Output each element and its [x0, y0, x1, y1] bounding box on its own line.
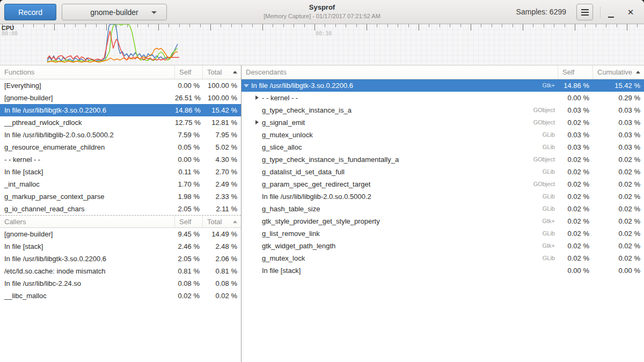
cpu-graph[interactable]: CPU 00:00 00:30 — [0, 24, 644, 65]
row-total-percent: 14.49 % — [203, 228, 241, 240]
table-row[interactable]: - - kernel - -0.00 %4.30 % — [0, 153, 241, 166]
row-total-percent: 2.49 % — [203, 178, 241, 190]
row-self-percent: 2.05 % — [175, 203, 203, 215]
row-name-cell: g_hash_table_sizeGLib — [241, 203, 558, 215]
row-self-percent: 0.03 % — [558, 141, 593, 153]
target-select[interactable]: gnome-builder — [62, 4, 167, 20]
row-name-cell: In file [stack] — [241, 264, 558, 277]
column-header-cumulative[interactable]: Cumulative — [593, 65, 644, 79]
row-library-badge: Gtk+ — [542, 79, 558, 92]
row-function-name: In file /usr/lib/libglib-2.0.so.0.5000.2 — [262, 190, 371, 203]
column-header-total[interactable]: Total — [203, 216, 241, 227]
record-button[interactable]: Record — [4, 4, 56, 20]
row-name-cell: g_mutex_lockGLib — [241, 252, 558, 264]
tree-indent — [241, 135, 254, 135]
close-button[interactable]: ✕ — [624, 4, 638, 20]
column-header-self[interactable]: Self — [175, 65, 203, 79]
sort-ascending-icon — [233, 220, 237, 223]
row-library-badge: GObject — [533, 104, 558, 116]
column-header-functions[interactable]: Functions — [0, 65, 175, 79]
tree-row[interactable]: g_mutex_unlockGLib0.03 %0.03 % — [241, 129, 644, 141]
minimize-button[interactable] — [604, 4, 618, 20]
table-row[interactable]: [gnome-builder]9.45 %14.49 % — [0, 228, 241, 240]
row-library-badge: Gtk+ — [542, 215, 558, 227]
tree-row[interactable]: In file /usr/lib/libgtk-3.so.0.2200.6Gtk… — [241, 79, 644, 92]
tree-indent — [241, 246, 254, 246]
table-row[interactable]: _int_malloc1.70 %2.49 % — [0, 178, 241, 190]
table-row[interactable]: In file [stack]2.46 %2.48 % — [0, 240, 241, 253]
row-library-badge: GLib — [543, 252, 558, 264]
tree-row[interactable]: g_datalist_id_set_data_fullGLib0.02 %0.0… — [241, 166, 644, 178]
column-header-total[interactable]: Total — [203, 65, 241, 79]
tree-row[interactable]: gtk_widget_path_lengthGtk+0.02 %0.02 % — [241, 240, 644, 252]
tree-indent — [241, 270, 254, 271]
row-cumulative-percent: 0.02 % — [593, 215, 644, 227]
tree-row[interactable]: g_hash_table_sizeGLib0.02 %0.02 % — [241, 203, 644, 215]
table-row[interactable]: In file /usr/lib/libglib-2.0.so.0.5000.2… — [0, 129, 241, 141]
column-header-self[interactable]: Self — [175, 216, 203, 227]
window-subtitle: [Memory Capture] - 01/17/2017 07:21:52 A… — [264, 12, 380, 20]
row-self-percent: 0.03 % — [558, 129, 593, 141]
row-library-badge: GLib — [543, 141, 558, 153]
column-header-descendants[interactable]: Descendants — [241, 65, 558, 79]
row-cumulative-percent: 0.03 % — [593, 116, 644, 129]
table-row[interactable]: g_resource_enumerate_children0.05 %5.02 … — [0, 141, 241, 153]
tree-row[interactable]: g_signal_emitGObject0.02 %0.03 % — [241, 116, 644, 129]
table-row[interactable]: In file /usr/lib/libgtk-3.so.0.2200.62.0… — [0, 253, 241, 265]
row-function-name: __pthread_rwlock_rdlock — [0, 116, 175, 129]
tree-row[interactable]: g_type_check_instance_is_aGObject0.03 %0… — [241, 104, 644, 116]
tree-row[interactable]: g_list_remove_linkGLib0.02 %0.02 % — [241, 227, 644, 240]
row-self-percent: 0.05 % — [175, 141, 203, 153]
table-row[interactable]: In file /usr/lib/libgtk-3.so.0.2200.614.… — [0, 104, 241, 116]
tree-row[interactable]: g_mutex_lockGLib0.02 %0.02 % — [241, 252, 644, 264]
tree-indent — [241, 221, 254, 221]
tree-indent — [241, 147, 254, 147]
row-self-percent: 0.02 % — [558, 153, 593, 166]
table-row[interactable]: In file /usr/lib/libc-2.24.so0.08 %0.08 … — [0, 277, 241, 290]
row-name-cell: g_type_check_instance_is_fundamentally_a… — [241, 153, 558, 166]
row-self-percent: 0.02 % — [558, 252, 593, 264]
row-self-percent: 9.45 % — [175, 228, 203, 240]
row-name-cell: g_datalist_id_set_data_fullGLib — [241, 166, 558, 178]
table-row[interactable]: g_markup_parse_context_parse1.98 %2.33 % — [0, 190, 241, 203]
expander-closed-icon[interactable] — [254, 92, 260, 104]
left-panel: Functions Self Total [Everything]0.00 %1… — [0, 65, 241, 362]
table-row[interactable]: /etc/ld.so.cache: inode mismatch0.81 %0.… — [0, 265, 241, 277]
row-name-cell: - - kernel - - — [241, 92, 558, 104]
tree-row[interactable]: g_slice_allocGLib0.03 %0.03 % — [241, 141, 644, 153]
row-cumulative-percent: 0.02 % — [593, 240, 644, 252]
row-total-percent: 2.06 % — [203, 253, 241, 265]
table-row[interactable]: __pthread_rwlock_rdlock12.75 %12.81 % — [0, 116, 241, 129]
table-row[interactable]: [gnome-builder]26.51 %100.00 % — [0, 92, 241, 104]
tree-indent — [241, 209, 254, 209]
table-row[interactable]: g_io_channel_read_chars2.05 %2.11 % — [0, 203, 241, 215]
callers-table-header: Callers Self Total — [0, 215, 241, 228]
row-function-name: g_datalist_id_set_data_full — [262, 166, 345, 178]
expander-placeholder — [254, 227, 260, 240]
row-library-badge: GLib — [543, 129, 558, 141]
row-total-percent: 100.00 % — [203, 92, 241, 104]
expander-closed-icon[interactable] — [254, 116, 260, 129]
tree-row[interactable]: g_param_spec_get_redirect_targetGObject0… — [241, 178, 644, 190]
expander-open-icon[interactable] — [244, 79, 249, 92]
titlebar: Record gnome-builder Sysprof [Memory Cap… — [0, 0, 644, 24]
column-header-callers[interactable]: Callers — [0, 216, 175, 227]
tree-row[interactable]: In file [stack]0.00 %0.00 % — [241, 264, 644, 277]
row-function-name: g_mutex_unlock — [262, 129, 313, 141]
expander-placeholder — [254, 252, 260, 264]
table-row[interactable]: [Everything]0.00 %100.00 % — [0, 79, 241, 92]
column-header-self[interactable]: Self — [558, 65, 593, 79]
tree-row[interactable]: gtk_style_provider_get_style_propertyGtk… — [241, 215, 644, 227]
menu-button[interactable] — [576, 4, 593, 20]
row-function-name: In file [stack] — [262, 264, 301, 277]
tree-row[interactable]: - - kernel - -0.00 %0.29 % — [241, 92, 644, 104]
table-row[interactable]: __libc_malloc0.02 %0.02 % — [0, 290, 241, 302]
tree-row[interactable]: In file /usr/lib/libglib-2.0.so.0.5000.2… — [241, 190, 644, 203]
row-function-name: gtk_widget_path_length — [262, 240, 335, 252]
time-label-start: 00:00 — [2, 31, 18, 36]
row-total-percent: 7.95 % — [203, 129, 241, 141]
tree-row[interactable]: g_type_check_instance_is_fundamentally_a… — [241, 153, 644, 166]
row-cumulative-percent: 0.02 % — [593, 190, 644, 203]
table-row[interactable]: In file [stack]0.11 %2.70 % — [0, 166, 241, 178]
minimize-icon — [608, 17, 614, 18]
